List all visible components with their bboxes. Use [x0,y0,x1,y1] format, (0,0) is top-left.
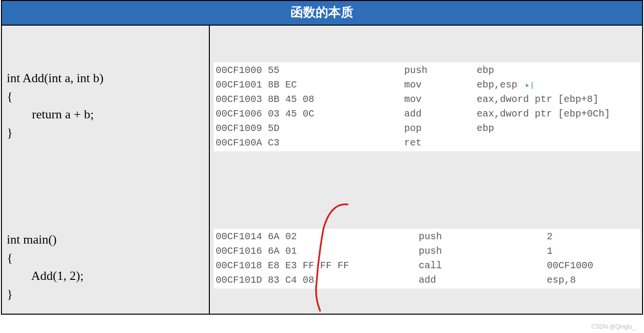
asm-address-bytes: 00CF1009 5D [216,121,404,136]
asm-mnemonic: pop [404,121,477,136]
asm-address-bytes: 00CF1016 6A 01 [216,244,419,259]
asm-mnemonic: add [419,273,547,288]
disassembly-add: 00CF1000 55pushebp00CF1001 8B ECmovebp,e… [214,62,640,151]
asm-address-bytes: 00CF100A C3 [216,136,404,150]
asm-mnemonic: mov [404,78,477,92]
asm-operands: ebp,esp▸| [477,78,640,92]
asm-address-bytes: 00CF1014 6A 02 [216,230,419,244]
body-row: int Add(int a, int b) { return a + b; } … [2,26,642,314]
asm-mnemonic: mov [404,92,477,107]
asm-row: 00CF1014 6A 02push2 [216,230,640,244]
asm-address-bytes: 00CF1001 8B EC [216,78,404,92]
document-frame: 函数的本质 int Add(int a, int b) { return a +… [1,0,643,315]
watermark: CSDN @Qinglu_ [591,323,635,330]
asm-address-bytes: 00CF1006 03 45 0C [216,107,404,121]
source-main-function: int main() { Add(1, 2); } [7,231,84,304]
asm-mnemonic: add [404,107,477,121]
asm-operands: esp,8 [547,273,640,288]
asm-row: 00CF101D 83 C4 08addesp,8 [216,273,640,288]
asm-address-bytes: 00CF1003 8B 45 08 [216,92,404,107]
instruction-pointer-icon: ▸| [517,81,534,90]
asm-row: 00CF1006 03 45 0Caddeax,dword ptr [ebp+0… [216,107,640,121]
asm-mnemonic: ret [404,136,477,150]
source-add-function: int Add(int a, int b) { return a + b; } [7,69,103,142]
asm-row: 00CF1000 55pushebp [216,63,640,78]
asm-address-bytes: 00CF101D 83 C4 08 [216,273,419,288]
asm-operands: eax,dword ptr [ebp+0Ch] [477,107,640,121]
asm-mnemonic: push [419,230,547,244]
asm-operands: ebp [477,63,640,78]
asm-row: 00CF100A C3ret [216,136,640,150]
asm-operands [477,136,640,150]
asm-mnemonic: push [419,244,547,259]
asm-operands: ebp [477,121,640,136]
asm-row: 00CF1003 8B 45 08moveax,dword ptr [ebp+8… [216,92,640,107]
header-title: 函数的本质 [2,1,642,26]
asm-address-bytes: 00CF1018 E8 E3 FF FF FF [216,259,419,273]
disassembly-main: 00CF1014 6A 02push200CF1016 6A 01push100… [214,229,640,289]
asm-row: 00CF1018 E8 E3 FF FF FFcall00CF1000 [216,259,640,273]
asm-row: 00CF1001 8B ECmovebp,esp▸| [216,78,640,92]
asm-address-bytes: 00CF1000 55 [216,63,404,78]
source-column: int Add(int a, int b) { return a + b; } … [2,26,210,314]
asm-row: 00CF1009 5Dpopebp [216,121,640,136]
asm-operands: eax,dword ptr [ebp+8] [477,92,640,107]
asm-operands: 00CF1000 [547,259,640,273]
asm-operands: 2 [547,230,640,244]
asm-operands: 1 [547,244,640,259]
asm-mnemonic: push [404,63,477,78]
asm-mnemonic: call [419,259,547,273]
disassembly-column: 00CF1000 55pushebp00CF1001 8B ECmovebp,e… [210,26,642,314]
asm-row: 00CF1016 6A 01push1 [216,244,640,259]
